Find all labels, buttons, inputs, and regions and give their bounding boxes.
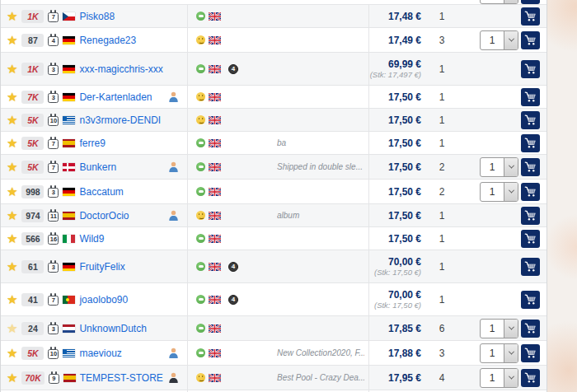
seller-rating-star-icon: ★ bbox=[7, 114, 17, 126]
seller-username-link[interactable]: Der-Kartenladen bbox=[79, 91, 152, 103]
rating-count-badge[interactable]: 1K bbox=[21, 10, 44, 23]
add-to-cart-button[interactable] bbox=[521, 31, 540, 49]
quantity-select[interactable]: 1 bbox=[480, 368, 518, 388]
add-to-cart-button[interactable] bbox=[521, 0, 540, 4]
rating-count-badge[interactable]: 87 bbox=[21, 34, 44, 47]
quantity-available: 1 bbox=[439, 114, 445, 126]
listing-comment: ba bbox=[277, 138, 364, 147]
professional-seller-icon bbox=[168, 91, 179, 102]
rating-count-badge[interactable]: 5K bbox=[21, 114, 44, 127]
rating-count-badge[interactable]: 5K bbox=[21, 347, 44, 360]
price: 17,50 € bbox=[388, 210, 421, 222]
seller-username-link[interactable]: DoctorOcio bbox=[79, 210, 129, 222]
add-to-cart-button[interactable] bbox=[521, 7, 540, 26]
price-cell: 70,00 € (Stk: 17,50 €) bbox=[369, 283, 427, 315]
professional-seller-icon bbox=[168, 210, 179, 221]
condition-icon[interactable] bbox=[196, 187, 205, 196]
country-flag-icon bbox=[63, 139, 75, 147]
rating-count-badge[interactable]: 1K bbox=[21, 63, 44, 76]
quantity-select[interactable]: 1 bbox=[480, 182, 518, 202]
price: 17,50 € bbox=[388, 114, 421, 126]
playset-icon: 4 bbox=[228, 295, 238, 305]
member-years-icon: 3 bbox=[48, 263, 59, 273]
seller-username-link[interactable]: Wild9 bbox=[79, 233, 104, 245]
table-row: ★ 41 7 joaolobo90 4 70,00 € ( bbox=[1, 283, 547, 316]
seller-username-link[interactable]: ferre9 bbox=[79, 138, 105, 149]
seller-rating-star-icon: ★ bbox=[7, 10, 17, 22]
seller-username-link[interactable]: n3v3rmore-DENDI bbox=[79, 114, 161, 126]
condition-icon[interactable] bbox=[196, 324, 205, 333]
quantity-select[interactable]: 1 bbox=[480, 319, 518, 338]
rating-count-badge[interactable]: 61 bbox=[21, 260, 44, 273]
seller-username-link[interactable]: Bunkern bbox=[79, 161, 116, 173]
seller-username-link[interactable]: UnknownDutch bbox=[79, 323, 146, 334]
controls-cell bbox=[457, 5, 547, 27]
condition-icon[interactable] bbox=[196, 162, 205, 171]
seller-username-link[interactable]: joaolobo90 bbox=[79, 294, 128, 306]
quantity-select[interactable] bbox=[480, 0, 518, 4]
add-to-cart-button[interactable] bbox=[521, 134, 540, 152]
condition-icon[interactable] bbox=[196, 92, 205, 101]
rating-count-badge[interactable]: 5K bbox=[21, 137, 44, 150]
chevron-down-icon bbox=[504, 31, 518, 49]
language-english-flag-icon bbox=[209, 324, 221, 333]
seller-username-link[interactable]: maeviouz bbox=[79, 348, 121, 359]
add-to-cart-button[interactable] bbox=[521, 258, 540, 276]
add-to-cart-button[interactable] bbox=[521, 183, 540, 201]
quantity-available: 1 bbox=[439, 138, 445, 149]
add-to-cart-button[interactable] bbox=[521, 291, 540, 309]
quantity-select[interactable]: 1 bbox=[480, 343, 518, 363]
member-years-icon: 7 bbox=[48, 12, 59, 22]
condition-icon[interactable] bbox=[196, 64, 205, 73]
add-to-cart-button[interactable] bbox=[521, 60, 540, 78]
language-english-flag-icon bbox=[209, 263, 221, 271]
quantity-cell: 1 bbox=[427, 53, 457, 85]
add-to-cart-button[interactable] bbox=[521, 230, 540, 248]
add-to-cart-button[interactable] bbox=[521, 111, 540, 129]
rating-count-badge[interactable]: 70K bbox=[21, 371, 44, 385]
add-to-cart-button[interactable] bbox=[521, 344, 540, 362]
condition-icon[interactable] bbox=[196, 35, 205, 44]
condition-icon[interactable] bbox=[196, 138, 205, 147]
seller-username-link[interactable]: xxx-magicchris-xxx bbox=[79, 63, 162, 75]
seller-username-link[interactable]: Pisko88 bbox=[79, 11, 115, 22]
price-cell: 17,50 € bbox=[369, 86, 427, 108]
add-to-cart-button[interactable] bbox=[521, 369, 540, 387]
table-row: ★ 5K 10 n3v3rmore-DENDI 17,50 € bbox=[1, 109, 547, 132]
quantity-select[interactable]: 1 bbox=[480, 157, 518, 177]
condition-icon[interactable] bbox=[196, 262, 205, 271]
add-to-cart-button[interactable] bbox=[521, 158, 540, 176]
add-to-cart-button[interactable] bbox=[521, 88, 540, 106]
rating-count-badge[interactable]: 974 bbox=[21, 209, 44, 222]
quantity-select[interactable]: 1 bbox=[480, 30, 518, 50]
rating-count-badge[interactable]: 566 bbox=[21, 232, 44, 245]
condition-icon[interactable] bbox=[196, 211, 205, 220]
condition-icon[interactable] bbox=[196, 373, 205, 382]
condition-icon[interactable] bbox=[196, 295, 205, 304]
price: 70,00 € bbox=[388, 256, 421, 268]
rating-count-badge[interactable]: 998 bbox=[21, 185, 44, 198]
quantity-available: 2 bbox=[439, 186, 445, 198]
rating-count-badge[interactable]: 24 bbox=[21, 322, 44, 335]
condition-icon[interactable] bbox=[196, 115, 205, 124]
product-info-cell bbox=[188, 227, 369, 250]
rating-count-badge[interactable]: 7K bbox=[21, 91, 44, 104]
quantity-select-value: 1 bbox=[481, 158, 504, 176]
seller-username-link[interactable]: Renegade23 bbox=[79, 35, 136, 46]
seller-username-link[interactable]: FruityFelix bbox=[79, 261, 124, 273]
condition-icon[interactable] bbox=[196, 12, 205, 21]
rating-count-badge[interactable]: 41 bbox=[21, 293, 44, 306]
add-to-cart-button[interactable] bbox=[521, 207, 540, 225]
seller-username-link[interactable]: Baccatum bbox=[79, 186, 123, 198]
condition-icon[interactable] bbox=[196, 348, 205, 357]
member-years-icon: 11 bbox=[48, 212, 59, 222]
quantity-available: 3 bbox=[439, 348, 445, 359]
rating-count-badge[interactable]: 5K bbox=[21, 161, 44, 174]
seller-username-link[interactable]: TEMPEST-STORE bbox=[80, 372, 163, 384]
price: 17,50 € bbox=[388, 186, 421, 198]
price-cell: 17,48 € bbox=[369, 5, 427, 27]
add-to-cart-button[interactable] bbox=[521, 320, 540, 338]
condition-icon[interactable] bbox=[196, 234, 205, 243]
country-flag-icon bbox=[63, 349, 75, 357]
controls-cell bbox=[457, 227, 547, 250]
